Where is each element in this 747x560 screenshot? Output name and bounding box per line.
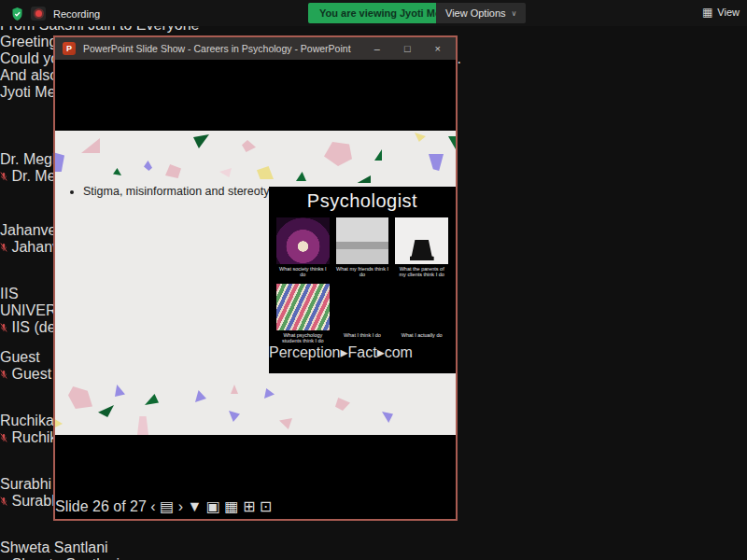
- grid-icon: ▦: [702, 6, 712, 19]
- shield-icon: [11, 7, 23, 21]
- view-label: View: [717, 7, 740, 18]
- recording-indicator: Recording: [11, 7, 100, 21]
- muted-mic-icon: [0, 433, 7, 442]
- window-titlebar: P PowerPoint Slide Show - Careers in Psy…: [55, 37, 456, 60]
- meme-caption: What I actually do: [402, 332, 443, 343]
- powerpoint-window: P PowerPoint Slide Show - Careers in Psy…: [53, 35, 458, 521]
- slideshow-menu-button[interactable]: ▼: [187, 498, 202, 514]
- meme-image-friends: [336, 217, 389, 264]
- arrow-icon: ▸: [377, 344, 385, 360]
- meme-cell: What my friends think I do: [336, 217, 389, 278]
- muted-mic-icon: [0, 243, 7, 252]
- confetti-band-bottom: [55, 379, 456, 435]
- powerpoint-statusbar: Slide 26 of 27 ‹ ▤ › ▼ ▣ ▦ ⊞ ⊡: [55, 497, 456, 515]
- view-options-button[interactable]: View Options ∨: [436, 3, 526, 23]
- next-slide-button[interactable]: ›: [178, 498, 183, 514]
- zoom-meeting-screen: { "top_bar": { "recording_label": "Recor…: [0, 0, 747, 560]
- slide-counter: Slide 26 of 27: [55, 498, 147, 514]
- participant-name: Shweta Santlani: [0, 539, 747, 556]
- magician-hat-icon: [410, 240, 434, 260]
- meme-caption: What psychology students think I do: [276, 332, 330, 344]
- window-title: PowerPoint Slide Show - Careers in Psych…: [83, 43, 367, 54]
- slide-bullet-list: Stigma, misinformation and stereotype: [63, 185, 282, 198]
- meme-image-actually: [395, 284, 448, 330]
- meme-cell: What society thinks I do: [276, 217, 330, 278]
- muted-mic-icon: [0, 172, 7, 181]
- prev-slide-button[interactable]: ‹: [150, 498, 155, 514]
- meme-title: Psychologist: [269, 190, 456, 212]
- meme-cell: What I actually do: [395, 284, 448, 344]
- view-button[interactable]: ▦ View: [702, 6, 740, 19]
- confetti-band-top: [55, 131, 456, 183]
- meme-caption: What the parents of my clients think I d…: [395, 266, 448, 278]
- bullet-text: Stigma, misinformation and stereotype: [83, 185, 282, 198]
- zoom-slide-button[interactable]: ⊞: [243, 498, 255, 514]
- view-options-label: View Options: [445, 7, 506, 19]
- close-button[interactable]: ×: [435, 43, 441, 54]
- pen-tool-button[interactable]: ▤: [160, 498, 174, 514]
- muted-mic-icon: [0, 370, 7, 379]
- chevron-down-icon: ∨: [512, 9, 517, 18]
- meme-cell: What I think I do: [336, 284, 389, 344]
- presenter-view-button[interactable]: ⊡: [260, 498, 272, 514]
- meme-panel: Psychologist What society thinks I do Wh…: [269, 187, 456, 373]
- arrow-icon: ▸: [341, 344, 348, 360]
- slideshow-area: Stigma, misinformation and stereotype Ps…: [55, 60, 456, 497]
- meme-image-think: [336, 284, 389, 330]
- slide: Stigma, misinformation and stereotype Ps…: [55, 131, 456, 435]
- recording-label: Recording: [53, 8, 100, 20]
- meme-cell: What the parents of my clients think I d…: [395, 217, 448, 278]
- see-all-slides-button[interactable]: ▦: [224, 498, 238, 514]
- muted-mic-icon: [0, 323, 7, 332]
- laser-tool-button[interactable]: ▣: [206, 498, 220, 514]
- powerpoint-icon: P: [63, 42, 76, 55]
- meme-image-parents: [395, 217, 448, 264]
- meme-image-society: [276, 217, 330, 264]
- recording-dot-icon: [31, 7, 46, 21]
- meme-caption: What I think I do: [344, 332, 381, 343]
- participant-label: Shweta Santlani: [0, 556, 747, 560]
- meme-cell: What psychology students think I do: [276, 284, 330, 344]
- meme-image-students: [276, 284, 330, 330]
- participant-tile-shweta-santlani[interactable]: Shweta Santlani Shweta Santlani: [0, 539, 747, 560]
- maximize-button[interactable]: □: [404, 43, 411, 54]
- minimize-button[interactable]: –: [374, 43, 380, 54]
- meme-caption: What society thinks I do: [276, 266, 330, 278]
- muted-mic-icon: [0, 497, 7, 506]
- meeting-top-bar: Recording You are viewing Jyoti Mehta's …: [0, 0, 747, 26]
- meme-watermark: Perception▸Fact▸com: [269, 343, 456, 361]
- meme-caption: What my friends think I do: [336, 266, 389, 278]
